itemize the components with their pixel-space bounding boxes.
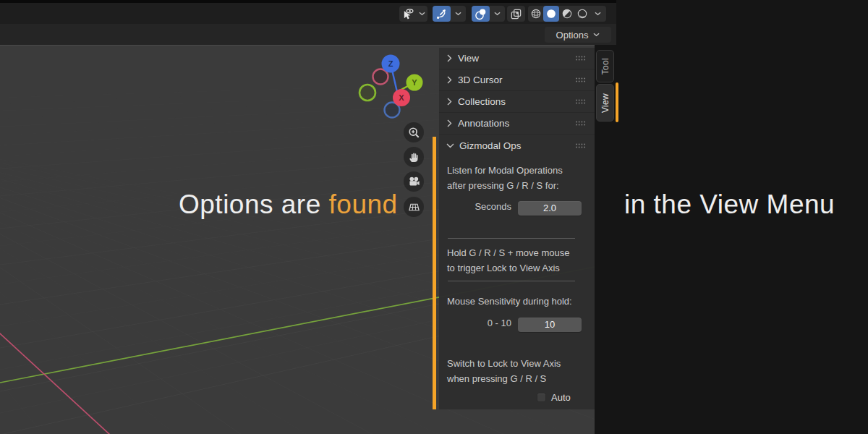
grid-icon — [408, 201, 420, 213]
highlight-view-tab-line — [616, 82, 618, 122]
grip-icon[interactable] — [575, 142, 586, 149]
object-visibility-button[interactable] — [399, 6, 427, 22]
seconds-label: Seconds — [439, 201, 511, 212]
range-label: 0 - 10 — [439, 318, 511, 328]
overlays-icon — [475, 8, 487, 20]
show-overlays-toggle[interactable] — [472, 6, 490, 22]
panel-header-3d-cursor[interactable]: 3D Cursor — [439, 69, 595, 91]
auto-label: Auto — [551, 392, 571, 403]
seconds-row: Seconds 2.0 — [439, 201, 595, 216]
xray-icon — [510, 8, 522, 20]
viewport-header — [0, 0, 616, 24]
shading-mode-group — [528, 6, 606, 22]
shading-solid-button[interactable] — [543, 6, 559, 22]
hold-text-line2: to trigger Lock to View Axis — [447, 263, 560, 273]
shading-chevron-icon[interactable] — [590, 12, 606, 16]
solid-sphere-icon — [545, 8, 557, 20]
toggle-xray-button[interactable] — [507, 6, 525, 22]
pan-button[interactable] — [404, 147, 424, 167]
zoom-icon — [408, 127, 420, 139]
chevron-down-icon — [446, 142, 454, 149]
wireframe-sphere-icon — [530, 8, 542, 20]
gizmo-neg-y-ball[interactable] — [359, 85, 375, 101]
tab-view[interactable]: View — [596, 84, 614, 122]
svg-text:X: X — [399, 93, 404, 102]
overlay-title-left: Options are found — [179, 190, 398, 220]
object-visibility-chevron-icon[interactable] — [417, 12, 427, 16]
separator — [448, 238, 575, 239]
shading-rendered-button[interactable] — [574, 6, 590, 22]
sensitivity-label: Mouse Sensitivity during hold: — [447, 296, 572, 307]
chevron-right-icon — [446, 76, 453, 84]
svg-text:Y: Y — [412, 78, 417, 87]
shading-material-button[interactable] — [559, 6, 574, 22]
rendered-sphere-icon — [576, 8, 588, 20]
hand-icon — [408, 151, 420, 163]
sensitivity-field[interactable]: 10 — [518, 318, 582, 332]
gizmo-x-ball[interactable]: X — [393, 89, 410, 106]
show-overlays-chevron-icon[interactable] — [490, 12, 505, 16]
tab-tool[interactable]: Tool — [596, 50, 614, 82]
options-label: Options — [556, 30, 589, 41]
chevron-right-icon — [446, 98, 453, 106]
camera-view-button[interactable] — [404, 171, 424, 192]
switch-text-line2: when pressing G / R / S — [447, 373, 546, 384]
chevron-right-icon — [446, 54, 453, 62]
listen-text-line1: Listen for Modal Operations — [447, 165, 563, 176]
chevron-right-icon — [446, 119, 453, 127]
auto-checkbox[interactable] — [537, 393, 546, 402]
tool-settings-bar — [0, 24, 616, 45]
panel-header-annotations[interactable]: Annotations — [439, 113, 595, 135]
gizmo-y-ball[interactable]: Y — [407, 75, 423, 91]
show-gizmos-group — [433, 6, 466, 22]
sensitivity-row: 0 - 10 10 — [439, 318, 595, 332]
shading-wireframe-button[interactable] — [528, 6, 543, 22]
listen-text-line2: after pressing G / R / S for: — [447, 180, 559, 191]
gizmo-neg-x-ball[interactable] — [373, 69, 388, 85]
show-overlays-group — [472, 6, 505, 22]
gizmo-icon — [435, 8, 448, 20]
switch-text-line1: Switch to Lock to View Axis — [447, 358, 561, 369]
svg-text:Z: Z — [388, 59, 393, 68]
grip-icon[interactable] — [575, 98, 586, 105]
grip-icon[interactable] — [575, 120, 586, 127]
overlay-title-right: in the View Menu — [624, 190, 835, 220]
gizmo-z-ball[interactable]: Z — [382, 55, 400, 73]
options-dropdown[interactable]: Options — [545, 27, 611, 43]
panel-header-view[interactable]: View — [439, 48, 595, 69]
highlight-panel-line — [433, 137, 436, 409]
panel-header-collections[interactable]: Collections — [439, 91, 595, 113]
panel-header-gizmodal-ops[interactable]: Gizmodal Ops — [439, 135, 595, 156]
separator — [448, 281, 575, 281]
show-gizmos-chevron-icon[interactable] — [451, 12, 466, 16]
grip-icon[interactable] — [575, 77, 586, 83]
perspective-toggle-button[interactable] — [404, 197, 424, 217]
seconds-field[interactable]: 2.0 — [518, 201, 582, 216]
options-chevron-icon — [593, 33, 600, 37]
app-window: Options Z Y X — [0, 0, 868, 434]
material-sphere-icon — [561, 8, 573, 20]
object-visibility-icon — [399, 6, 417, 22]
navigation-gizmo[interactable]: Z Y X — [358, 51, 425, 120]
camera-icon — [408, 176, 420, 188]
overlay-title-orange-word: found — [329, 190, 398, 219]
sidebar-panel: View 3D Cursor Collections Annotations G… — [439, 48, 595, 409]
hold-text-line1: Hold G / R / S + move mouse — [447, 247, 569, 258]
zoom-button[interactable] — [404, 122, 424, 142]
show-gizmos-toggle[interactable] — [433, 6, 451, 22]
grip-icon[interactable] — [575, 55, 586, 61]
